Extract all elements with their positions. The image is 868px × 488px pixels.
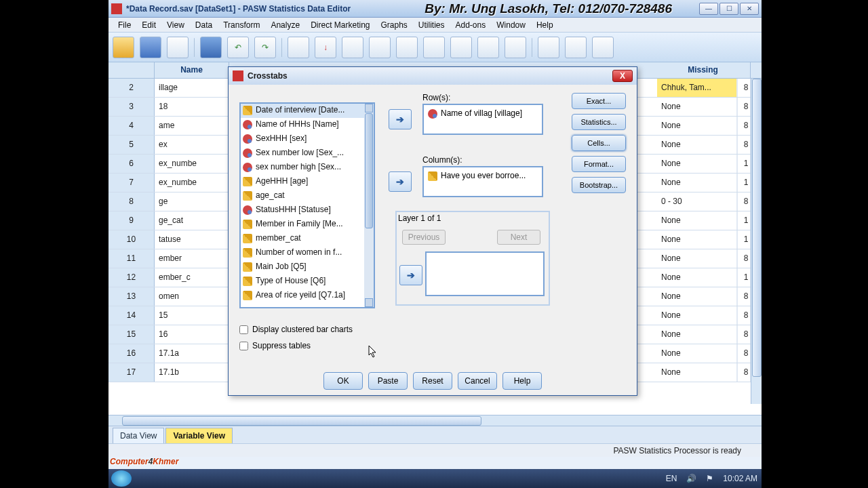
format-button[interactable]: Format... [572,156,626,172]
row-index[interactable]: 4 [108,117,155,135]
scroll-down-icon[interactable] [365,298,373,307]
goto-var-icon[interactable]: ↓ [315,37,336,58]
menu-add-ons[interactable]: Add-ons [450,18,492,32]
cell-missing[interactable]: None [657,268,737,287]
move-to-columns-button[interactable]: ➔ [389,171,412,192]
close-button[interactable]: ✕ [740,3,759,15]
tab-variable-view[interactable]: Variable View [165,428,233,443]
cell-extra[interactable]: 1 [737,155,751,173]
menu-graphs[interactable]: Graphs [375,18,412,32]
cell-name[interactable]: illage [155,79,229,97]
variable-item[interactable]: Type of House [Q6] [241,274,374,289]
rows-item[interactable]: Name of villag [village] [426,107,540,119]
split-file-icon[interactable] [450,37,472,58]
cell-missing[interactable]: None [657,249,737,268]
row-index[interactable]: 3 [108,98,155,116]
cell-name[interactable]: 18 [155,98,229,116]
bootstrap-button[interactable]: Bootstrap... [572,177,626,193]
cell-extra[interactable]: 8 [737,192,751,211]
column-header-missing[interactable]: Missing [656,62,751,78]
exact-button[interactable]: Exact... [572,93,626,109]
suppress-tables-checkbox[interactable]: Suppress tables [239,341,311,350]
cell-extra[interactable]: 8 [737,136,751,154]
cell-extra[interactable]: 1 [737,211,751,230]
menu-analyze[interactable]: Analyze [265,18,305,32]
cell-missing[interactable]: None [657,117,737,135]
variable-item[interactable]: Date of interview [Date... [241,104,374,118]
dialog-close-button[interactable]: X [612,70,633,82]
goto-case-icon[interactable] [288,37,309,58]
cell-extra[interactable]: 8 [737,117,751,135]
variable-item[interactable]: member_cat [241,232,374,246]
variable-item[interactable]: SexHHH [sex] [241,132,374,146]
value-labels-icon[interactable] [538,37,559,58]
row-index[interactable]: 8 [108,192,155,211]
cell-extra[interactable]: 8 [737,363,751,382]
row-index[interactable]: 5 [108,136,155,154]
undo-icon[interactable]: ↶ [227,37,249,58]
print-icon[interactable] [167,37,189,58]
cell-name[interactable]: ge_cat [155,211,229,230]
move-to-rows-button[interactable]: ➔ [389,109,412,129]
row-index[interactable]: 12 [108,268,155,287]
row-index[interactable]: 16 [108,344,155,363]
cell-missing[interactable]: None [657,306,737,325]
cell-name[interactable]: 17.1b [155,363,229,382]
row-index[interactable]: 7 [108,174,155,192]
column-header-name[interactable]: Name [155,62,229,78]
variable-item[interactable]: StatusHHH [Statuse] [241,203,374,218]
cell-name[interactable]: ex_numbe [155,174,229,192]
cell-missing[interactable]: Chhuk, Tam... [657,79,737,97]
paste-button[interactable]: Paste [368,372,408,390]
cell-extra[interactable]: 1 [737,230,751,249]
vertical-scrollbar[interactable] [751,79,762,404]
open-icon[interactable] [113,37,134,58]
menu-file[interactable]: File [113,18,136,32]
row-index[interactable]: 2 [108,79,155,97]
row-index[interactable]: 15 [108,325,155,344]
cell-extra[interactable]: 1 [737,174,751,192]
menu-data[interactable]: Data [190,18,218,32]
menu-edit[interactable]: Edit [136,18,161,32]
cell-missing[interactable]: None [657,174,737,192]
cell-name[interactable]: 16 [155,325,229,344]
columns-item[interactable]: Have you ever borroe... [426,169,540,182]
cell-missing[interactable]: None [657,155,737,173]
row-index[interactable]: 13 [108,287,155,306]
layer-field[interactable] [425,251,545,296]
menu-transform[interactable]: Transform [218,18,265,32]
row-index[interactable]: 14 [108,306,155,325]
cell-extra[interactable]: 8 [737,249,751,268]
save-icon[interactable] [140,37,161,58]
menu-utilities[interactable]: Utilities [413,18,450,32]
cell-extra[interactable]: 8 [737,306,751,325]
checkbox-icon[interactable] [239,325,248,334]
next-button[interactable]: Next [497,230,540,245]
previous-button[interactable]: Previous [402,230,446,245]
cell-extra[interactable]: 8 [737,287,751,306]
tray-icon[interactable]: ⚑ [706,474,713,483]
row-index[interactable]: 11 [108,249,155,268]
variable-item[interactable]: Area of rice yeild [Q7.1a] [241,289,374,303]
variable-item[interactable]: Number of women in f... [241,246,374,260]
cell-missing[interactable]: None [657,325,737,344]
cell-missing[interactable]: None [657,98,737,116]
rows-field[interactable]: Name of villag [village] [422,104,543,135]
variable-item[interactable]: Name of HHHs [Name] [241,118,374,132]
cell-missing[interactable]: None [657,211,737,230]
volume-icon[interactable]: 🔊 [686,474,696,483]
variable-item[interactable]: Main Job [Q5] [241,260,374,274]
cell-missing[interactable]: None [657,287,737,306]
cell-extra[interactable]: 8 [737,98,751,116]
cell-name[interactable]: omen [155,287,229,306]
clock[interactable]: 10:02 AM [723,474,757,483]
variable-list[interactable]: Date of interview [Date...Name of HHHs [… [239,102,375,308]
cell-missing[interactable]: None [657,344,737,363]
variables-icon[interactable] [342,37,363,58]
scroll-thumb[interactable] [365,113,373,228]
cell-name[interactable]: ame [155,117,229,135]
cell-extra[interactable]: 1 [737,268,751,287]
cell-extra[interactable]: 8 [737,325,751,344]
minimize-button[interactable]: — [699,3,718,15]
menu-direct-marketing[interactable]: Direct Marketing [305,18,375,32]
